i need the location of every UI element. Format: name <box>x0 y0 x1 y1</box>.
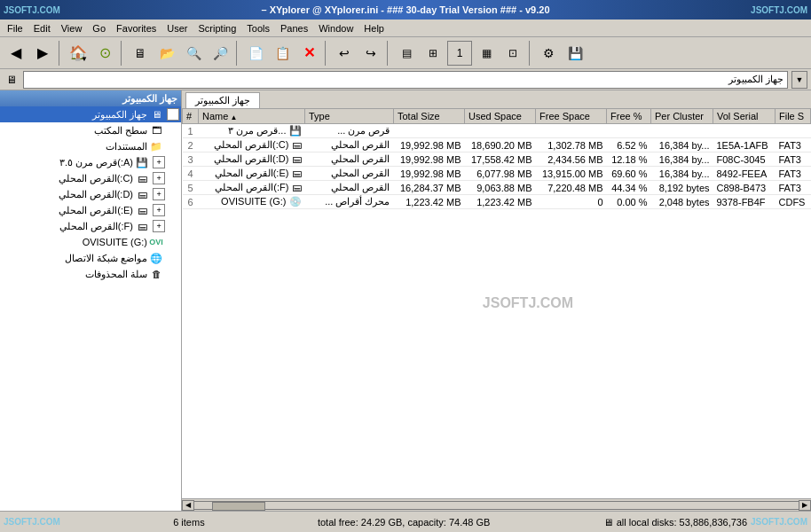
tab-computer[interactable]: جهاز الكمبيوتر <box>185 92 260 108</box>
search-button[interactable]: 🔍 <box>181 41 206 66</box>
scroll-left-btn[interactable]: ◀ <box>182 500 194 511</box>
status-right-watermark: JSOFTJ.COM <box>751 517 807 527</box>
view5-button[interactable]: ⊡ <box>500 41 525 66</box>
toolbar-sep-3 <box>236 41 240 66</box>
table-row[interactable]: 6 💿 OVISUITE (G:) محرك أقراص ... 1,223.4… <box>183 195 811 209</box>
col-header-freepct[interactable]: Free % <box>607 109 651 124</box>
menu-scripting[interactable]: Scripting <box>193 21 242 35</box>
delete-button[interactable]: ✕ <box>296 41 321 66</box>
menu-help[interactable]: Help <box>358 21 390 35</box>
expand-floppy[interactable]: + <box>153 156 165 168</box>
col-header-type[interactable]: Type <box>305 109 394 124</box>
expand-d[interactable]: + <box>153 188 165 200</box>
col-header-free[interactable]: Free Space <box>536 109 607 124</box>
forward-button[interactable]: ▶ <box>30 41 55 66</box>
sidebar-item-floppy[interactable]: + 💾 (A:)قرص مرن ٣.٥ <box>0 154 181 170</box>
col-header-total[interactable]: Total Size <box>394 109 465 124</box>
cell-num: 4 <box>183 167 199 181</box>
col-header-fs[interactable]: File S <box>776 109 811 124</box>
col-header-used[interactable]: Used Space <box>465 109 536 124</box>
menu-window[interactable]: Window <box>313 21 358 35</box>
sidebar-label-f: (F:)القرص المحلي <box>59 221 133 232</box>
toolbar-sep-6 <box>529 41 532 66</box>
expand-f[interactable]: + <box>153 220 165 232</box>
menu-view[interactable]: View <box>56 21 88 35</box>
horizontal-scrollbar[interactable]: ◀ ▶ <box>182 498 811 511</box>
table-row[interactable]: 5 🖴 (F:)القرص المحلي القرص المحلي 16,284… <box>183 181 811 195</box>
table-row[interactable]: 3 🖴 (D:)القرص المحلي القرص المحلي 19,992… <box>183 153 811 167</box>
search2-button[interactable]: 🔎 <box>208 41 232 66</box>
sidebar-item-ovisuite[interactable]: OVI OVISUITE (G:) <box>0 234 181 250</box>
col-header-name[interactable]: Name <box>199 109 305 124</box>
back-button[interactable]: ◀ <box>4 41 28 66</box>
home-button[interactable]: 🏠 ▼ <box>66 41 91 66</box>
menu-user[interactable]: User <box>161 21 193 35</box>
cell-fs: FAT3 <box>776 181 811 195</box>
cell-freepct: 12.18 % <box>607 153 651 167</box>
sidebar-item-c[interactable]: + 🖴 (C:)القرص المحلي <box>0 170 181 186</box>
scroll-right-btn[interactable]: ▶ <box>799 500 811 511</box>
expand-computer[interactable]: − <box>167 108 179 121</box>
refresh-button[interactable]: ⊙ <box>92 41 117 66</box>
file-list[interactable]: JSOFTJ.COM # Name Type Total Size Used S… <box>182 108 811 498</box>
col-header-cluster[interactable]: Per Cluster <box>651 109 713 124</box>
table-row[interactable]: 4 🖴 (E:)القرص المحلي القرص المحلي 19,992… <box>183 167 811 181</box>
sidebar-item-trash[interactable]: 🗑 سلة المحذوفات <box>0 266 181 282</box>
cell-used <box>465 124 536 138</box>
save-button[interactable]: 💾 <box>563 41 587 66</box>
sidebar-item-network[interactable]: 🌐 مواضع شبكة الاتصال <box>0 250 181 266</box>
sidebar-item-computer[interactable]: − 🖥 جهاز الكمبيوتر <box>0 106 181 122</box>
settings-button[interactable]: ⚙ <box>536 41 561 66</box>
cell-cluster: 16,384 by... <box>651 138 713 153</box>
trash-icon: 🗑 <box>149 267 163 281</box>
sidebar-item-d[interactable]: + 🖴 (D:)القرص المحلي <box>0 186 181 202</box>
view3-button[interactable]: 1 <box>447 41 472 66</box>
view1-button[interactable]: ▤ <box>394 41 419 66</box>
menu-bar: File Edit View Go Favorites User Scripti… <box>0 20 811 37</box>
toolbar-sep-5 <box>387 41 390 66</box>
file-icon: 💿 <box>289 196 302 207</box>
redo-button[interactable]: ↪ <box>358 41 383 66</box>
menu-favorites[interactable]: Favorites <box>111 21 161 35</box>
browse-button[interactable]: 🖥 <box>128 41 153 66</box>
menu-file[interactable]: File <box>2 21 28 35</box>
paste-button[interactable]: 📋 <box>270 41 295 66</box>
address-input[interactable] <box>23 71 788 89</box>
menu-go[interactable]: Go <box>87 21 111 35</box>
toolbar-sep-1 <box>59 41 62 66</box>
expand-e[interactable]: + <box>153 204 165 216</box>
cell-type: محرك أقراص ... <box>305 195 394 209</box>
sidebar-item-desktop[interactable]: 🗔 سطح المكتب <box>0 122 181 138</box>
menu-tools[interactable]: Tools <box>241 21 275 35</box>
sidebar-item-f[interactable]: + 🖴 (F:)القرص المحلي <box>0 218 181 234</box>
view4-button[interactable]: ▦ <box>474 41 499 66</box>
scroll-track[interactable] <box>194 501 799 510</box>
undo-button[interactable]: ↩ <box>332 41 357 66</box>
sidebar-item-documents[interactable]: 📁 المستندات <box>0 138 181 154</box>
col-header-num[interactable]: # <box>183 109 199 124</box>
menu-edit[interactable]: Edit <box>28 21 56 35</box>
documents-icon: 📁 <box>149 139 163 153</box>
expand-c[interactable]: + <box>153 172 165 184</box>
file-icon: 🖴 <box>292 168 302 178</box>
status-right: 🖥 all local disks: 53,886,836,736 JSOFTJ… <box>603 517 807 528</box>
view2-button[interactable]: ⊞ <box>421 41 445 66</box>
address-dropdown[interactable]: ▼ <box>791 71 807 89</box>
cell-name: 💾 ...قرص مرن ٣ <box>199 124 305 138</box>
sidebar-item-e[interactable]: + 🖴 (E:)القرص المحلي <box>0 202 181 218</box>
col-header-serial[interactable]: Vol Serial <box>713 109 776 124</box>
cell-fs <box>776 124 811 138</box>
status-bar: JSOFTJ.COM 6 items total free: 24.29 GB,… <box>0 511 811 532</box>
copy-button[interactable]: 📄 <box>243 41 268 66</box>
menu-panes[interactable]: Panes <box>275 21 313 35</box>
open-button[interactable]: 📂 <box>154 41 179 66</box>
sidebar-label-documents: المستندات <box>106 141 147 153</box>
cell-serial: 1E5A-1AFB <box>713 138 776 153</box>
table-row[interactable]: 2 🖴 (C:)القرص المحلي القرص المحلي 19,992… <box>183 138 811 153</box>
table-row[interactable]: 1 💾 ...قرص مرن ٣ قرص مرن ... <box>183 124 811 138</box>
scroll-thumb[interactable] <box>212 502 265 511</box>
title-watermark-right: JSOFTJ.COM <box>751 5 807 15</box>
cell-cluster: 16,384 by... <box>651 167 713 181</box>
file-icon: 🖴 <box>292 153 302 164</box>
floppy-icon: 💾 <box>135 155 149 169</box>
